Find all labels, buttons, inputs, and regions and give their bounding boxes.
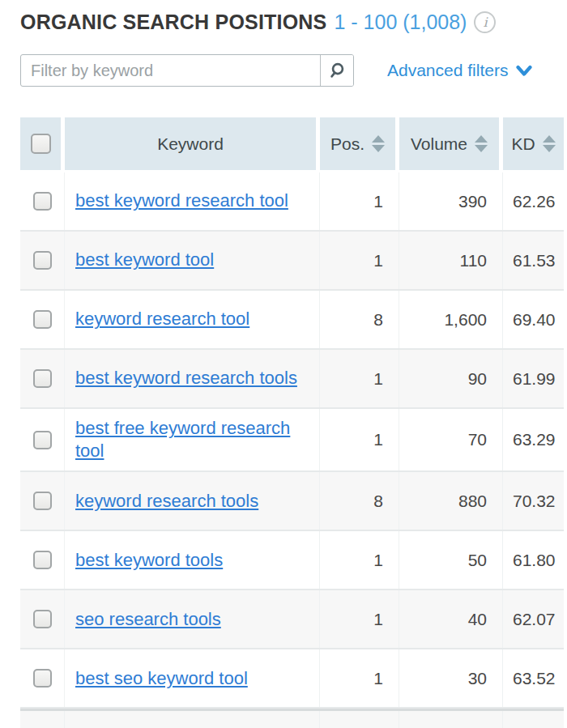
- table-row: keyword research tools 8 880 70.32: [20, 472, 564, 531]
- keyword-link[interactable]: keyword research tool: [75, 308, 249, 330]
- magnifier-icon: [328, 62, 347, 80]
- row-checkbox[interactable]: [33, 492, 52, 510]
- table-header: Keyword Pos. Volume KD: [20, 117, 564, 170]
- keyword-link[interactable]: best keyword tool: [75, 249, 214, 271]
- volume-cell: 50: [399, 531, 503, 589]
- pos-cell: 1: [320, 350, 399, 407]
- sort-icon[interactable]: [543, 135, 556, 152]
- keyword-link[interactable]: keyword research tools: [75, 490, 258, 513]
- keyword-cell: keyword research tools: [65, 472, 320, 530]
- next-row-partial: [20, 711, 564, 728]
- row-checkbox[interactable]: [33, 310, 52, 329]
- search-button[interactable]: [320, 55, 353, 86]
- volume-cell: 90: [399, 350, 503, 407]
- table-row: best keyword tools 1 50 61.80: [20, 531, 564, 590]
- column-header-volume[interactable]: Volume: [399, 117, 499, 170]
- kd-cell: 69.40: [503, 291, 564, 348]
- checkbox-cell: [20, 291, 65, 348]
- column-label: Keyword: [157, 134, 224, 154]
- checkbox-cell: [20, 649, 65, 707]
- pos-cell: 1: [320, 232, 399, 289]
- keyword-cell: best keyword research tool: [65, 172, 320, 230]
- keyword-cell: best free keyword research tool: [65, 409, 320, 470]
- table-row: best free keyword research tool 1 70 63.…: [20, 409, 564, 472]
- kd-cell: 61.53: [503, 232, 564, 289]
- keyword-cell: best seo keyword tool: [65, 649, 320, 707]
- column-header-kd[interactable]: KD: [503, 117, 564, 170]
- checkbox-cell: [20, 350, 65, 407]
- checkbox-cell: [20, 590, 65, 648]
- positions-table: Keyword Pos. Volume KD best keyword rese…: [20, 117, 564, 728]
- column-header-keyword: Keyword: [65, 117, 316, 170]
- table-row: best keyword research tool 1 390 62.26: [20, 172, 564, 232]
- table-row: best keyword tool 1 110 61.53: [20, 232, 564, 291]
- select-all-cell: [20, 117, 61, 170]
- column-label: Pos.: [330, 134, 364, 154]
- checkbox-cell: [20, 172, 65, 230]
- pos-cell: 8: [320, 291, 399, 348]
- volume-cell: 40: [399, 590, 503, 648]
- volume-cell: 30: [399, 649, 503, 707]
- sort-icon[interactable]: [372, 135, 385, 152]
- row-checkbox[interactable]: [33, 610, 52, 628]
- table-body: best keyword research tool 1 390 62.26 b…: [20, 172, 564, 709]
- volume-cell: 70: [399, 409, 503, 470]
- kd-cell: 70.32: [503, 472, 564, 530]
- results-range-link[interactable]: 1 - 100 (1,008): [334, 11, 467, 34]
- keyword-cell: seo research tools: [65, 590, 320, 648]
- table-row: keyword research tool 8 1,600 69.40: [20, 291, 564, 350]
- volume-cell: 1,600: [399, 291, 503, 348]
- volume-cell: 390: [399, 172, 503, 230]
- title-row: ORGANIC SEARCH POSITIONS 1 - 100 (1,008)…: [20, 11, 567, 34]
- table-row: seo research tools 1 40 62.07: [20, 590, 564, 649]
- row-checkbox[interactable]: [33, 251, 52, 270]
- chevron-down-icon: [508, 65, 532, 77]
- keyword-cell: best keyword tools: [65, 531, 320, 589]
- table-row: best seo keyword tool 1 30 63.52: [20, 649, 564, 709]
- row-checkbox[interactable]: [33, 192, 52, 211]
- advanced-filters-label: Advanced filters: [387, 61, 508, 80]
- row-checkbox[interactable]: [33, 431, 52, 449]
- table-row: best keyword research tools 1 90 61.99: [20, 350, 564, 409]
- keyword-link[interactable]: best keyword research tool: [75, 189, 288, 212]
- keyword-cell: keyword research tool: [65, 291, 320, 348]
- keyword-filter-box: [20, 54, 354, 87]
- keyword-filter-input[interactable]: [21, 55, 320, 86]
- kd-cell: 62.07: [503, 590, 564, 648]
- kd-cell: 63.52: [503, 649, 564, 707]
- kd-cell: 62.26: [503, 172, 564, 230]
- keyword-link[interactable]: best keyword research tools: [75, 367, 297, 390]
- row-checkbox[interactable]: [33, 551, 52, 569]
- checkbox-cell: [20, 531, 65, 589]
- organic-search-positions-panel: ORGANIC SEARCH POSITIONS 1 - 100 (1,008)…: [0, 0, 567, 728]
- filter-row: Advanced filters: [20, 54, 547, 87]
- pos-cell: 1: [320, 590, 399, 648]
- pos-cell: 8: [320, 472, 399, 530]
- keyword-link[interactable]: best free keyword research tool: [75, 417, 303, 462]
- keyword-link[interactable]: seo research tools: [75, 608, 221, 631]
- pos-cell: 1: [320, 649, 399, 707]
- pos-cell: 1: [320, 409, 399, 470]
- kd-cell: 61.80: [503, 531, 564, 589]
- sort-icon[interactable]: [475, 135, 488, 152]
- volume-cell: 110: [399, 232, 503, 289]
- checkbox-cell: [20, 232, 65, 289]
- info-icon[interactable]: i: [474, 11, 496, 33]
- keyword-link[interactable]: best seo keyword tool: [75, 667, 248, 690]
- pos-cell: 1: [320, 531, 399, 589]
- pos-cell: 1: [320, 172, 399, 230]
- advanced-filters-toggle[interactable]: Advanced filters: [387, 61, 532, 80]
- column-label: KD: [511, 134, 535, 154]
- checkbox-cell: [20, 472, 65, 530]
- keyword-link[interactable]: best keyword tools: [75, 549, 223, 572]
- keyword-cell: best keyword research tools: [65, 350, 320, 407]
- kd-cell: 61.99: [503, 350, 564, 407]
- column-header-pos[interactable]: Pos.: [320, 117, 395, 170]
- select-all-checkbox[interactable]: [31, 134, 51, 154]
- volume-cell: 880: [399, 472, 503, 530]
- row-checkbox[interactable]: [33, 369, 52, 388]
- row-checkbox[interactable]: [33, 669, 52, 688]
- checkbox-cell: [20, 409, 65, 470]
- column-label: Volume: [411, 134, 467, 154]
- page-title: ORGANIC SEARCH POSITIONS: [20, 11, 326, 34]
